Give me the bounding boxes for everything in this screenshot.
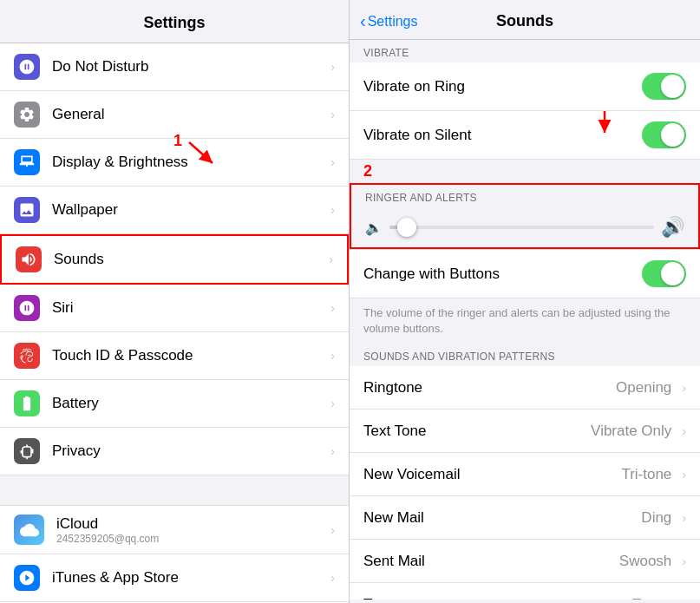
ringtone-value: Opening (616, 379, 671, 397)
back-button[interactable]: ‹ Settings (360, 11, 417, 31)
ringer-alerts-header: RINGER AND ALERTS (351, 185, 698, 207)
sidebar-item-label: Touch ID & Passcode (52, 347, 324, 364)
itunes-label: iTunes & App Store (52, 569, 324, 587)
section-gap (0, 475, 349, 506)
sidebar-item-touch-id[interactable]: Touch ID & Passcode › (0, 332, 349, 380)
volume-slider-row: 🔈 🔊 (351, 207, 698, 247)
new-voicemail-value: Tri-tone (621, 466, 671, 483)
toggle-knob (661, 262, 684, 285)
chevron-icon: › (330, 108, 335, 121)
chevron-icon: › (330, 397, 335, 410)
settings-left-panel: Settings Do Not Disturb › General › Disp… (0, 0, 350, 603)
icloud-info: iCloud 2452359205@qq.com (56, 515, 324, 545)
text-tone-label: Text Tone (363, 423, 426, 440)
chevron-icon: › (330, 523, 335, 537)
left-title: Settings (0, 14, 349, 32)
new-mail-row[interactable]: New Mail Ding › (350, 496, 700, 540)
sidebar-item-battery[interactable]: Battery › (0, 380, 349, 428)
siri-icon (14, 295, 40, 321)
chevron-icon: › (330, 444, 335, 458)
vibrate-on-ring-toggle[interactable] (642, 73, 686, 100)
chevron-icon: › (682, 598, 686, 600)
new-mail-right: Ding › (641, 509, 686, 527)
vibrate-on-ring-label: Vibrate on Ring (363, 78, 465, 95)
do-not-disturb-icon (14, 54, 40, 80)
sidebar-item-privacy[interactable]: Privacy › (0, 428, 349, 475)
general-icon (14, 102, 40, 128)
sent-mail-label: Sent Mail (363, 553, 425, 570)
battery-icon (14, 390, 40, 416)
vibrate-on-silent-toggle[interactable] (642, 121, 686, 148)
sidebar-item-label: General (52, 106, 324, 123)
fingerprint-icon (14, 343, 40, 369)
chevron-icon: › (330, 203, 335, 217)
ringtone-right: Opening › (616, 379, 686, 397)
sidebar-item-wallpaper[interactable]: Wallpaper › (0, 187, 349, 234)
annotation-2-label: 2 (363, 162, 372, 180)
tweet-value: Tweet (632, 596, 671, 600)
chevron-icon: › (330, 571, 335, 585)
sidebar-item-label: Wallpaper (52, 201, 324, 219)
back-label: Settings (368, 14, 418, 29)
text-tone-row[interactable]: Text Tone Vibrate Only › (350, 410, 700, 453)
chevron-icon: › (682, 468, 686, 482)
sidebar-item-siri[interactable]: Siri › (0, 285, 349, 332)
annotation-2-container: 2 (350, 160, 700, 183)
sidebar-item-display[interactable]: Display & Brightness › 1 (0, 139, 349, 187)
sounds-content: VIBRATE Vibrate on Ring Vibrate on Silen… (350, 40, 700, 600)
svg-text:1: 1 (173, 132, 182, 149)
ringtone-row[interactable]: Ringtone Opening › (350, 366, 700, 410)
vibrate-on-ring-row: Vibrate on Ring (350, 62, 700, 111)
new-voicemail-label: New Voicemail (363, 466, 461, 483)
new-mail-value: Ding (641, 509, 671, 527)
sent-mail-row[interactable]: Sent Mail Swoosh › (350, 540, 700, 583)
sounds-title: Sounds (496, 12, 553, 30)
tweet-row[interactable]: Tweet Tweet › (350, 583, 700, 600)
volume-high-icon: 🔊 (661, 216, 684, 239)
change-with-buttons-label: Change with Buttons (363, 265, 500, 283)
back-chevron-icon: ‹ (360, 11, 366, 31)
sent-mail-right: Swoosh › (619, 553, 686, 570)
arrow-1-annotation: 1 (173, 130, 243, 174)
icloud-icon (14, 515, 44, 545)
sidebar-item-label: Privacy (52, 442, 324, 460)
chevron-icon: › (682, 554, 686, 568)
volume-slider-thumb[interactable] (397, 218, 416, 237)
ringtone-label: Ringtone (363, 379, 422, 397)
volume-slider-track[interactable] (389, 226, 654, 229)
privacy-icon (14, 438, 40, 464)
chevron-icon: › (330, 155, 335, 169)
text-tone-value: Vibrate Only (591, 423, 671, 440)
vibrate-on-silent-row: Vibrate on Silent (350, 111, 700, 160)
new-voicemail-row[interactable]: New Voicemail Tri-tone › (350, 453, 700, 496)
sidebar-item-label: Do Not Disturb (52, 58, 324, 75)
sounds-icon (16, 246, 42, 272)
chevron-icon: › (330, 60, 335, 74)
tweet-label: Tweet (363, 596, 402, 600)
toggle-knob (661, 123, 684, 147)
chevron-icon: › (330, 349, 335, 363)
change-with-buttons-row: Change with Buttons (350, 249, 700, 298)
toggle-knob (661, 75, 684, 98)
sidebar-item-itunes[interactable]: iTunes & App Store › (0, 554, 349, 602)
icloud-sublabel: 2452359205@qq.com (56, 533, 324, 545)
vibrate-section-header: VIBRATE (350, 40, 700, 62)
svg-line-1 (189, 142, 213, 163)
arrow-2-annotation (596, 107, 648, 141)
chevron-icon: › (682, 424, 686, 438)
icloud-label: iCloud (56, 515, 324, 533)
wallpaper-icon (14, 197, 40, 223)
sidebar-item-do-not-disturb[interactable]: Do Not Disturb › (0, 43, 349, 91)
chevron-icon: › (682, 511, 686, 525)
vibrate-on-silent-label: Vibrate on Silent (363, 127, 471, 144)
chevron-icon: › (329, 252, 333, 266)
new-voicemail-right: Tri-tone › (621, 466, 686, 483)
sounds-patterns-header: SOUNDS AND VIBRATION PATTERNS (350, 344, 700, 366)
volume-low-icon: 🔈 (365, 220, 383, 236)
itunes-icon (14, 565, 40, 591)
change-with-buttons-toggle[interactable] (642, 260, 686, 287)
sidebar-item-sounds[interactable]: Sounds › (0, 234, 349, 285)
sidebar-item-icloud[interactable]: iCloud 2452359205@qq.com › (0, 506, 349, 554)
left-header: Settings (0, 0, 349, 43)
new-mail-label: New Mail (363, 509, 424, 527)
